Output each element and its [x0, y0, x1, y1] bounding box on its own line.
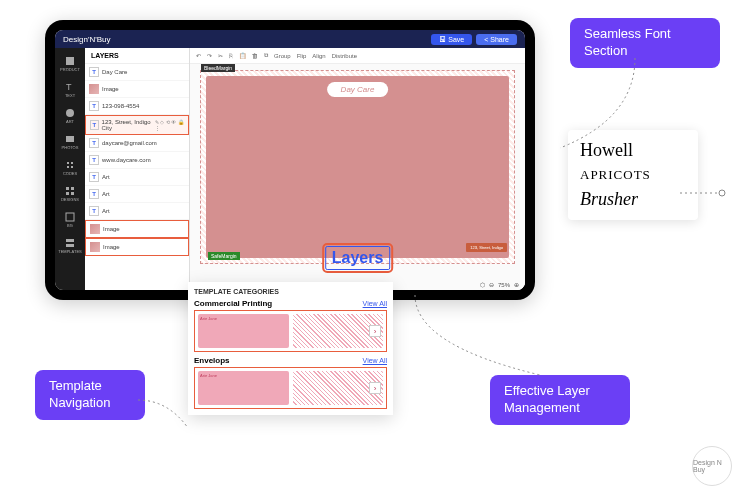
category-name: Envelops [194, 356, 230, 365]
svg-rect-7 [71, 192, 74, 195]
layer-row[interactable]: Tdaycare@gmail.com [85, 135, 189, 152]
nav-next-icon[interactable]: › [369, 382, 381, 394]
layer-row[interactable]: T123-098-4554 [85, 98, 189, 115]
safe-label: SafeMargin [208, 252, 240, 260]
sidebar-item-designs[interactable]: DESIGNS [57, 182, 83, 206]
left-sidebar: PRODUCT TTEXT ART PHOTOS CODES DESIGNS B… [55, 48, 85, 290]
svg-rect-10 [66, 244, 74, 247]
app-screen: Design'N'Buy 🖫 Save < Share PRODUCT TTEX… [55, 30, 525, 290]
redo-icon[interactable]: ↷ [207, 52, 212, 59]
template-thumb[interactable]: Arie Jane [198, 314, 289, 348]
flip-button[interactable]: Flip [297, 53, 307, 59]
sidebar-item-photos[interactable]: PHOTOS [57, 130, 83, 154]
sidebar-item-art[interactable]: ART [57, 104, 83, 128]
layer-row[interactable]: Twww.daycare.com [85, 152, 189, 169]
template-thumb[interactable]: Arie Jane [198, 371, 289, 405]
callout-template: Template Navigation [35, 370, 145, 420]
svg-rect-6 [66, 192, 69, 195]
view-all-link[interactable]: View All [363, 300, 387, 307]
sidebar-item-text[interactable]: TTEXT [57, 78, 83, 102]
canvas-footer: ⬡ ⊖ 75% ⊕ [480, 281, 519, 288]
layer-row[interactable]: TDay Care [85, 64, 189, 81]
layer-row[interactable]: TArt [85, 203, 189, 220]
canvas-workspace[interactable]: BleedMargin Day Care 123, Street, Indigo… [190, 64, 525, 290]
delete-icon[interactable]: 🗑 [252, 53, 258, 59]
connector-line [400, 295, 560, 385]
layer-row[interactable]: TArt [85, 169, 189, 186]
template-thumbs: Arie Jane › [194, 367, 387, 409]
zoom-out-icon[interactable]: ⊖ [489, 281, 494, 288]
font-sample[interactable]: Howell [580, 140, 686, 161]
group-button[interactable]: Group [274, 53, 291, 59]
template-thumbs: Arie Jane › [194, 310, 387, 352]
align-button[interactable]: Align [312, 53, 325, 59]
svg-rect-0 [66, 57, 74, 65]
svg-point-11 [719, 190, 725, 196]
brand-logo: Design'N'Buy [63, 35, 111, 44]
design-card[interactable] [206, 76, 509, 258]
layer-row[interactable]: Image [85, 220, 189, 238]
font-sample[interactable]: Brusher [580, 189, 686, 210]
bleed-label: BleedMargin [201, 64, 235, 72]
layer-row-selected[interactable]: T123, Street, Indigo City✎ ◇ ⟲ 👁 🔒 ⋮ [85, 115, 189, 135]
canvas-toolbar: ↶ ↷ ✂ ⎘ 📋 🗑 ⧉ Group Flip Align Distribut… [190, 48, 525, 64]
nav-next-icon[interactable]: › [369, 325, 381, 337]
svg-rect-4 [66, 187, 69, 190]
dup-icon[interactable]: ⧉ [264, 52, 268, 59]
card-address[interactable]: 123, Street, Indigo [466, 243, 507, 252]
distribute-button[interactable]: Distribute [332, 53, 357, 59]
layer-row[interactable]: Image [85, 238, 189, 256]
category-name: Commercial Printing [194, 299, 272, 308]
template-panel: TEMPLATE CATEGORIES Commercial PrintingV… [188, 282, 393, 415]
callout-font: Seamless Font Section [570, 18, 720, 68]
callout-layer: Effective Layer Management [490, 375, 630, 425]
svg-rect-5 [71, 187, 74, 190]
undo-icon[interactable]: ↶ [196, 52, 201, 59]
layers-header: LAYERS [85, 48, 189, 64]
svg-rect-8 [66, 213, 74, 221]
font-preview-card: Howell APRICOTS Brusher [568, 130, 698, 220]
sidebar-item-codes[interactable]: CODES [57, 156, 83, 180]
svg-rect-3 [66, 136, 74, 142]
layers-button[interactable]: Layers [325, 246, 391, 270]
canvas-area: ↶ ↷ ✂ ⎘ 📋 🗑 ⧉ Group Flip Align Distribut… [190, 48, 525, 290]
svg-rect-9 [66, 239, 74, 242]
layers-panel: LAYERS TDay Care Image T123-098-4554 T12… [85, 48, 190, 290]
svg-text:T: T [66, 82, 72, 92]
zoom-level[interactable]: 75% [498, 282, 510, 288]
share-button[interactable]: < Share [476, 34, 517, 45]
svg-point-2 [66, 109, 74, 117]
topbar: Design'N'Buy 🖫 Save < Share [55, 30, 525, 48]
cut-icon[interactable]: ✂ [218, 52, 223, 59]
layer-row[interactable]: TArt [85, 186, 189, 203]
layer-row[interactable]: Image [85, 81, 189, 98]
sidebar-item-templates[interactable]: TEMPLATES [57, 234, 83, 258]
template-thumb[interactable]: › [293, 371, 384, 405]
copy-icon[interactable]: ⎘ [229, 53, 233, 59]
font-sample[interactable]: APRICOTS [580, 167, 686, 183]
view-all-link[interactable]: View All [363, 357, 387, 364]
card-logo[interactable]: Day Care [327, 82, 389, 97]
layer-tools[interactable]: ✎ ◇ ⟲ 👁 🔒 ⋮ [155, 119, 184, 131]
sidebar-item-product[interactable]: PRODUCT [57, 52, 83, 76]
sidebar-item-bg[interactable]: BG [57, 208, 83, 232]
tablet-frame: Design'N'Buy 🖫 Save < Share PRODUCT TTEX… [45, 20, 535, 300]
template-thumb[interactable]: › [293, 314, 384, 348]
brand-badge: Design N Buy [692, 446, 732, 486]
paste-icon[interactable]: 📋 [239, 52, 246, 59]
zoom-in-icon[interactable]: ⊕ [514, 281, 519, 288]
3d-icon[interactable]: ⬡ [480, 281, 485, 288]
template-header: TEMPLATE CATEGORIES [194, 288, 387, 295]
save-button[interactable]: 🖫 Save [431, 34, 472, 45]
